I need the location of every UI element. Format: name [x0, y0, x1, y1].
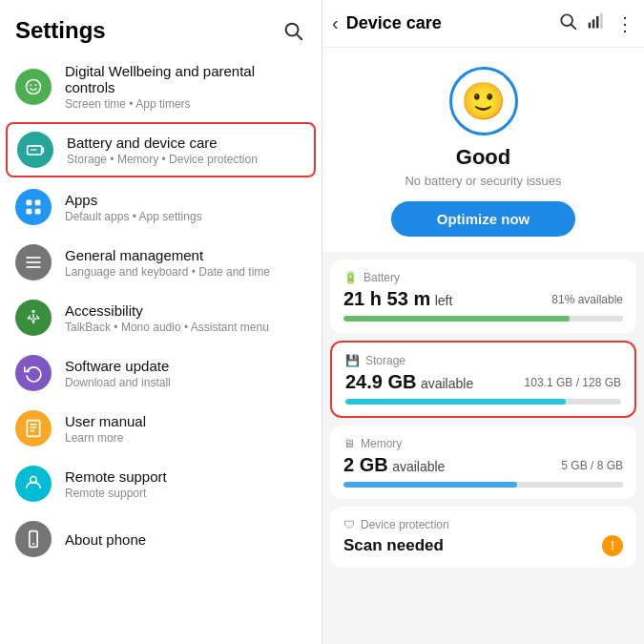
- memory-label-icon: 🖥: [343, 437, 355, 450]
- about-phone-icon: [15, 521, 52, 557]
- battery-progress-bar: [343, 316, 623, 322]
- memory-label: 🖥 Memory: [343, 437, 623, 450]
- digital-wellbeing-sub: Screen time • App timers: [65, 97, 306, 111]
- storage-value: 24.9 GB: [345, 371, 416, 392]
- settings-header: Settings: [0, 0, 322, 53]
- battery-care-sub: Storage • Memory • Device protection: [67, 153, 304, 166]
- settings-list: Digital Wellbeing and parental controls …: [0, 53, 322, 644]
- protection-value: Scan needed: [343, 536, 444, 555]
- svg-point-4: [35, 84, 37, 86]
- memory-progress-fill: [343, 482, 517, 488]
- general-mgmt-name: General management: [65, 247, 306, 263]
- battery-label: 🔋 Battery: [343, 271, 623, 284]
- protection-card[interactable]: 🛡 Device protection Scan needed !: [330, 507, 636, 568]
- svg-rect-25: [592, 19, 595, 28]
- scan-badge: !: [602, 535, 623, 556]
- software-update-name: Software update: [65, 358, 306, 374]
- apps-sub: Default apps • App settings: [65, 210, 306, 223]
- svg-point-14: [31, 310, 34, 313]
- memory-card[interactable]: 🖥 Memory 2 GB available 5 GB / 8 GB: [330, 426, 636, 499]
- storage-card[interactable]: 💾 Storage 24.9 GB available 103.1 GB / 1…: [330, 341, 636, 418]
- storage-progress-fill: [345, 399, 566, 405]
- more-options-icon[interactable]: ⋮: [615, 12, 634, 35]
- search-icon[interactable]: [558, 11, 577, 35]
- search-button[interactable]: [280, 17, 306, 44]
- svg-rect-26: [596, 16, 599, 29]
- device-care-panel: ‹ Device care ⋮ 🙂 Good No battery or sec…: [322, 0, 644, 644]
- protection-label: 🛡 Device protection: [343, 518, 623, 531]
- sidebar-item-accessibility[interactable]: Accessibility TalkBack • Mono audio • As…: [0, 290, 322, 345]
- svg-rect-10: [35, 209, 41, 215]
- sidebar-item-about-phone[interactable]: About phone: [0, 511, 322, 567]
- battery-device-care-icon: [17, 132, 53, 168]
- device-care-title: Device care: [346, 13, 558, 33]
- svg-rect-24: [589, 23, 592, 29]
- storage-unit: available: [421, 376, 473, 391]
- settings-panel: Settings Digital Wellbeing and parental …: [0, 0, 322, 644]
- svg-point-2: [27, 80, 41, 94]
- apps-icon: [15, 189, 52, 225]
- svg-point-3: [31, 84, 32, 86]
- about-phone-name: About phone: [65, 531, 306, 548]
- status-circle: 🙂: [449, 67, 518, 135]
- battery-label-icon: 🔋: [343, 271, 358, 284]
- accessibility-name: Accessibility: [65, 302, 306, 319]
- software-update-icon: [15, 355, 52, 391]
- svg-rect-9: [27, 209, 32, 215]
- memory-unit: available: [392, 459, 445, 474]
- user-manual-sub: Learn more: [65, 431, 306, 445]
- memory-right-text: 5 GB / 8 GB: [561, 459, 623, 472]
- status-subtitle: No battery or security issues: [405, 174, 561, 188]
- battery-card[interactable]: 🔋 Battery 21 h 53 m left 81% available: [330, 260, 636, 333]
- sidebar-item-battery-device-care[interactable]: Battery and device care Storage • Memory…: [6, 122, 316, 177]
- settings-title: Settings: [15, 17, 106, 44]
- sidebar-item-general-management[interactable]: General management Language and keyboard…: [0, 235, 322, 290]
- digital-wellbeing-icon: [15, 69, 52, 105]
- device-care-content: 🙂 Good No battery or security issues Opt…: [322, 48, 644, 644]
- sidebar-item-digital-wellbeing[interactable]: Digital Wellbeing and parental controls …: [0, 53, 322, 120]
- protection-label-icon: 🛡: [343, 518, 355, 531]
- cards-section: 🔋 Battery 21 h 53 m left 81% available: [322, 260, 644, 568]
- signal-icon: [587, 11, 606, 35]
- battery-care-name: Battery and device care: [67, 135, 304, 151]
- storage-right-text: 103.1 GB / 128 GB: [525, 376, 621, 389]
- svg-rect-7: [27, 200, 32, 206]
- battery-progress-fill: [343, 316, 570, 322]
- status-section: 🙂 Good No battery or security issues Opt…: [322, 48, 644, 252]
- memory-progress-bar: [343, 482, 623, 488]
- accessibility-sub: TalkBack • Mono audio • Assistant menu: [65, 321, 306, 334]
- apps-name: Apps: [65, 192, 306, 208]
- battery-unit: left: [435, 293, 453, 308]
- digital-wellbeing-name: Digital Wellbeing and parental controls: [65, 63, 306, 95]
- device-care-header: ‹ Device care ⋮: [322, 0, 644, 48]
- sidebar-item-user-manual[interactable]: User manual Learn more: [0, 401, 322, 456]
- accessibility-icon: [15, 300, 52, 336]
- storage-progress-bar: [345, 399, 621, 405]
- storage-label: 💾 Storage: [345, 354, 621, 367]
- battery-value: 21 h 53 m: [343, 288, 430, 309]
- svg-line-23: [571, 25, 576, 30]
- optimize-button[interactable]: Optimize now: [391, 201, 576, 237]
- general-mgmt-sub: Language and keyboard • Date and time: [65, 265, 306, 279]
- remote-support-icon: [15, 466, 52, 502]
- status-emoji: 🙂: [461, 80, 506, 122]
- status-title: Good: [456, 145, 510, 170]
- storage-label-icon: 💾: [345, 354, 360, 367]
- svg-rect-8: [35, 200, 41, 206]
- sidebar-item-apps[interactable]: Apps Default apps • App settings: [0, 179, 322, 235]
- back-button[interactable]: ‹: [332, 12, 339, 34]
- user-manual-name: User manual: [65, 413, 306, 429]
- user-manual-icon: [15, 410, 52, 447]
- battery-right-text: 81% available: [551, 293, 623, 306]
- remote-support-sub: Remote support: [65, 487, 306, 500]
- header-actions: ⋮: [558, 11, 634, 35]
- svg-rect-27: [600, 13, 603, 29]
- software-update-sub: Download and install: [65, 376, 306, 389]
- sidebar-item-remote-support[interactable]: Remote support Remote support: [0, 456, 322, 511]
- general-management-icon: [15, 244, 52, 280]
- sidebar-item-software-update[interactable]: Software update Download and install: [0, 345, 322, 401]
- memory-value: 2 GB: [343, 454, 388, 475]
- remote-support-name: Remote support: [65, 468, 306, 485]
- svg-line-1: [297, 34, 301, 39]
